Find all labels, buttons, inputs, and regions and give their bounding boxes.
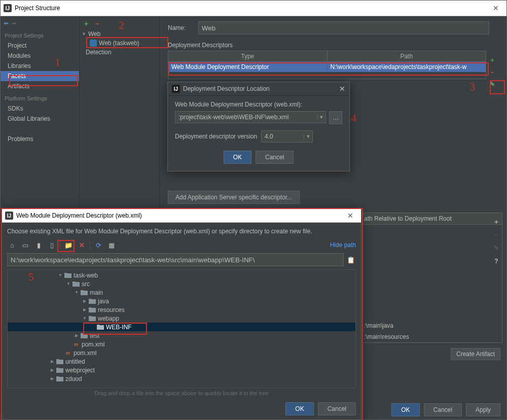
- intellij-icon: IJ: [5, 212, 13, 220]
- ddl-path-value: :project\task-web\web\WEB-INF\web.xml: [175, 114, 317, 121]
- add-descriptor-icon[interactable]: ＋: [487, 55, 497, 65]
- sidebar-item-libraries[interactable]: Libraries: [1, 61, 79, 71]
- ddl-path-label: Web Module Deployment Descriptor (web.xm…: [175, 101, 342, 108]
- facet-web-taskweb[interactable]: Web (taskweb): [89, 39, 159, 48]
- tree-main: ▼main: [8, 288, 355, 297]
- ddl-version-label: Deployment descriptor version: [175, 133, 257, 140]
- src-java-row[interactable]: :\main\java: [361, 320, 502, 331]
- expand-icon[interactable]: ▼: [82, 31, 86, 37]
- chooser-title: Web Module Deployment Descriptor (web.xm…: [16, 212, 343, 219]
- cancel-button[interactable]: Cancel: [424, 403, 462, 416]
- show-hidden-icon[interactable]: ▦: [106, 240, 117, 250]
- nav-forward-icon[interactable]: ➡: [12, 20, 17, 27]
- chooser-ok-button[interactable]: OK: [285, 402, 313, 415]
- edit-source-root-icon: ✎: [491, 243, 501, 253]
- project-settings-header: Project Settings: [1, 28, 79, 41]
- hide-path-link[interactable]: Hide path: [330, 241, 356, 249]
- source-roots-fragment: ath Relative to Deployment Root :\main\j…: [360, 213, 502, 376]
- create-artifact-button[interactable]: Create Artifact: [451, 348, 500, 360]
- tree-java: ▶java: [8, 297, 355, 305]
- delete-icon[interactable]: ✕: [77, 240, 87, 250]
- tree-webproject: ▶webproject: [8, 366, 355, 374]
- module-icon[interactable]: ▯: [47, 240, 57, 250]
- facet-root[interactable]: ▼ Web: [81, 29, 159, 39]
- ddl-version-select[interactable]: 4.0 ▼: [261, 130, 313, 143]
- refresh-icon[interactable]: ⟳: [93, 240, 103, 250]
- close-icon[interactable]: ✕: [339, 85, 345, 93]
- tree-pom2: mpom.xml: [8, 348, 355, 357]
- facet-detection[interactable]: Detection: [85, 48, 159, 57]
- tree-src: ▼src: [8, 279, 355, 288]
- chevron-down-icon[interactable]: ▼: [304, 134, 312, 139]
- edit-descriptor-icon[interactable]: ✎: [487, 79, 497, 89]
- project-icon[interactable]: ▮: [33, 240, 44, 250]
- desktop-icon[interactable]: ▭: [20, 240, 30, 250]
- chooser-path-field[interactable]: [7, 253, 344, 266]
- sidebar-item-problems[interactable]: Problems: [1, 134, 79, 144]
- ddl-ok-button[interactable]: OK: [224, 151, 251, 164]
- ddl-path-select[interactable]: :project\task-web\web\WEB-INF\web.xml ▼: [175, 111, 326, 123]
- facet-root-label: Web: [88, 30, 100, 38]
- platform-settings-header: Platform Settings: [1, 91, 79, 103]
- source-root-header: ath Relative to Deployment Root: [360, 213, 502, 225]
- maven-icon: m: [64, 349, 71, 357]
- help-source-root-icon[interactable]: ?: [491, 256, 501, 266]
- ddl-cancel-button[interactable]: Cancel: [256, 151, 294, 164]
- sidebar-item-project[interactable]: Project: [1, 41, 79, 51]
- tree-resources: ▶resources: [8, 305, 355, 314]
- web-icon: [90, 40, 97, 47]
- file-chooser-dialog[interactable]: IJ Web Module Deployment Descriptor (web…: [2, 208, 361, 420]
- apply-button[interactable]: Apply: [466, 403, 500, 416]
- tree-webapp: ▼webapp: [8, 314, 355, 323]
- window-title: Project Structure: [15, 5, 488, 12]
- sidebar-item-artifacts[interactable]: Artifacts: [1, 81, 79, 91]
- sidebar-item-global-libraries[interactable]: Global Libraries: [1, 114, 79, 124]
- chooser-cancel-button[interactable]: Cancel: [318, 402, 356, 415]
- close-icon[interactable]: ✕: [488, 4, 503, 12]
- chevron-down-icon[interactable]: ▼: [317, 115, 325, 120]
- ddl-dialog-title: Deployment Descriptor Location: [183, 85, 270, 92]
- facet-web-label: Web (taskweb): [99, 40, 139, 47]
- chooser-toolbar: ⌂ ▭ ▮ ▯ 📁 ✕ ⟳ ▦ Hide path: [7, 239, 356, 251]
- name-field[interactable]: [198, 21, 489, 34]
- row-path-cell: N:\work\workspace\iedaprojects\taskproje…: [328, 62, 486, 72]
- deployment-descriptor-location-dialog[interactable]: IJ Deployment Descriptor Location ✕ Web …: [167, 82, 350, 171]
- ok-button[interactable]: OK: [391, 403, 419, 416]
- new-folder-icon[interactable]: 📁: [63, 240, 74, 250]
- nav-back-icon[interactable]: ⬅: [4, 20, 9, 27]
- intellij-icon: IJ: [4, 4, 12, 12]
- add-appserver-descriptor-button[interactable]: Add Application Server specific descript…: [168, 191, 300, 204]
- intellij-icon: IJ: [172, 85, 180, 93]
- maven-icon: m: [73, 341, 80, 348]
- dialog-bottom-buttons: OK Cancel Apply: [391, 403, 500, 416]
- chooser-prompt: Choose existing XML file for Web Module …: [7, 226, 356, 239]
- browse-button[interactable]: …: [329, 111, 342, 124]
- titlebar[interactable]: IJ Project Structure ✕: [1, 1, 506, 16]
- remove-facet-icon[interactable]: －: [94, 19, 101, 28]
- col-path: Path: [328, 51, 486, 61]
- tree-task-web: ▼task-web: [8, 271, 355, 279]
- descriptor-row-selected[interactable]: Web Module Deployment Descriptor N:\work…: [168, 62, 486, 72]
- tree-zduod: ▶zduod: [8, 374, 355, 383]
- detection-label: Detection: [86, 49, 112, 56]
- history-icon[interactable]: 📋: [346, 255, 356, 265]
- home-icon[interactable]: ⌂: [7, 240, 17, 250]
- src-resources-row[interactable]: :\main\resources: [361, 331, 502, 342]
- sidebar-item-facets[interactable]: Facets: [1, 71, 79, 81]
- name-label: Name:: [168, 24, 193, 31]
- sidebar-item-sdks[interactable]: SDKs: [1, 103, 79, 114]
- sidebar-item-modules[interactable]: Modules: [1, 51, 79, 61]
- close-icon[interactable]: ✕: [343, 212, 358, 220]
- descriptors-table[interactable]: Type Path Web Module Deployment Descript…: [168, 51, 486, 79]
- tree-webinf-selected: WEB-INF: [8, 323, 356, 331]
- tree-test: ▶test: [8, 331, 355, 340]
- add-facet-icon[interactable]: ＋: [83, 19, 90, 28]
- col-type: Type: [168, 51, 328, 61]
- add-source-root-icon[interactable]: ＋: [491, 217, 501, 227]
- chooser-tree[interactable]: ▼task-web ▼src ▼main ▶java ▶resources ▼w…: [7, 269, 356, 388]
- tree-untitled: ▶untitled: [8, 357, 355, 366]
- remove-source-root-icon: －: [491, 230, 501, 240]
- ddl-version-value: 4.0: [262, 133, 304, 140]
- remove-descriptor-icon[interactable]: －: [487, 67, 497, 77]
- row-type-cell: Web Module Deployment Descriptor: [168, 62, 328, 72]
